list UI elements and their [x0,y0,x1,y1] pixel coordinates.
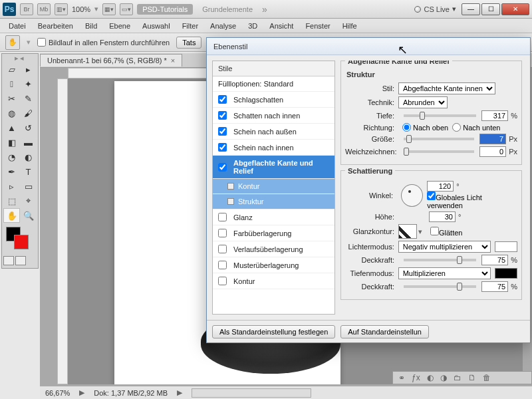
highlight-mode-select[interactable]: Negativ multiplizieren [398,241,491,253]
tiefe-input[interactable] [481,110,508,121]
link-layers-icon[interactable]: ⚭ [398,373,405,382]
camera-tool[interactable]: ⌖ [20,194,37,208]
move-tool[interactable]: ▱ [3,62,20,76]
status-menu-button[interactable]: ▶ [79,388,84,397]
altitude-input[interactable] [429,211,456,222]
make-default-button[interactable]: Als Standardeinstellung festlegen [212,325,335,338]
healing-brush-tool[interactable]: ◍ [3,106,20,120]
panel-grip[interactable]: ▸◂ [3,57,37,62]
scroll-all-windows-checkbox[interactable]: Bildlauf in allen Fenstern durchführen [37,38,170,47]
style-bevel-texture[interactable]: Struktur [213,194,334,209]
cs-live-button[interactable]: CS Live ▾ [414,5,456,13]
window-minimize-button[interactable]: — [462,3,480,15]
menu-ansicht[interactable]: Ansicht [265,21,298,31]
workspace-psd-tutorials[interactable]: PSD-Tutorials [137,4,193,15]
workspace-grundelemente[interactable]: Grundelemente [197,4,258,15]
pen-tool[interactable]: ✒ [3,164,20,179]
eraser-tool[interactable]: ◧ [3,135,20,150]
menu-3d[interactable]: 3D [243,21,262,31]
hand-tool-icon[interactable]: ✋ [5,35,20,50]
history-brush-tool[interactable]: ↺ [20,120,37,135]
style-blend-options[interactable]: Füllloptionen: Standard [213,76,334,92]
shadow-color[interactable] [495,268,517,279]
viewmode-button[interactable]: ▥▾ [55,3,68,15]
direct-selection-tool[interactable]: ▹ [3,179,20,194]
3d-tool[interactable]: ⬚ [3,194,20,208]
menu-fenster[interactable]: Fenster [301,21,334,31]
style-pattern-overlay[interactable]: Musterüberlagerung [213,257,334,273]
minibridge-button[interactable]: Mb [37,3,51,15]
style-color-overlay[interactable]: Farbüberlagerung [213,225,334,241]
style-inner-glow[interactable]: Schein nach innen [213,140,334,156]
shadow-opacity-slider[interactable] [404,285,476,288]
window-close-button[interactable]: ✕ [501,3,529,15]
style-stroke[interactable]: Kontur [213,273,334,289]
shape-tool[interactable]: ▭ [20,179,37,194]
screen-mode-toggle[interactable] [15,256,26,265]
brush-tool[interactable]: 🖌 [20,106,37,120]
background-color[interactable] [14,235,29,249]
antialias-checkbox[interactable]: Glätten [430,227,462,237]
shadow-mode-select[interactable]: Multiplizieren [398,267,491,279]
menu-analyse[interactable]: Analyse [205,21,241,31]
richtung-up-radio[interactable]: Nach oben [402,123,448,132]
screenmode-button[interactable]: ▭▾ [120,3,133,15]
group-icon[interactable]: 🗀 [454,373,462,382]
hand-tool[interactable]: ✋ [3,208,20,223]
highlight-opacity-slider[interactable] [404,259,476,261]
style-bevel-emboss[interactable]: Abgeflachte Kante und Relief [213,156,334,179]
lasso-tool[interactable]: 𓋰 [3,76,20,91]
stil-select[interactable]: Abgeflachte Kante innen [398,82,495,94]
actual-pixels-button[interactable]: Tats [176,37,201,49]
style-bevel-contour[interactable]: Kontur [213,179,334,194]
menu-auswahl[interactable]: Auswahl [138,21,175,31]
menu-ebene[interactable]: Ebene [104,21,135,31]
trash-icon[interactable]: 🗑 [483,373,491,382]
style-satin[interactable]: Glanz [213,209,334,225]
menu-filter[interactable]: Filter [178,21,203,31]
workspace-overflow-button[interactable]: » [262,4,267,15]
style-inner-shadow[interactable]: Schatten nach innen [213,108,334,124]
shadow-opacity-input[interactable] [481,281,508,292]
menu-hilfe[interactable]: Hilfe [338,21,362,31]
zoom-level[interactable]: 100% [72,5,90,13]
technik-select[interactable]: Abrunden [398,96,448,108]
style-drop-shadow[interactable]: Schlagschatten [213,92,334,108]
eyedropper-tool[interactable]: ✎ [20,91,37,106]
zoom-tool[interactable]: 🔍 [20,208,37,223]
bridge-button[interactable]: Br [20,3,33,15]
angle-input[interactable] [427,181,454,192]
close-document-icon[interactable]: × [171,57,175,65]
window-maximize-button[interactable]: ☐ [481,3,500,15]
new-layer-icon[interactable]: 🗋 [468,373,476,382]
dialog-title[interactable]: Ebenenstil [207,38,530,55]
style-gradient-overlay[interactable]: Verlaufsüberlagerung [213,241,334,257]
style-outer-glow[interactable]: Schein nach außen [213,124,334,140]
highlight-opacity-input[interactable] [481,255,508,265]
angle-wheel[interactable] [401,184,423,207]
path-selection-tool[interactable]: ▸ [20,62,37,76]
soften-slider[interactable] [404,150,474,153]
tiefe-slider[interactable] [404,114,476,117]
horizontal-scrollbar[interactable] [192,388,311,398]
highlight-color[interactable] [495,241,517,252]
crop-tool[interactable]: ✂ [3,91,20,106]
size-slider[interactable] [404,138,474,140]
blur-tool[interactable]: ◔ [3,150,20,164]
layer-style-icon[interactable]: ƒx [412,373,420,382]
clone-stamp-tool[interactable]: ▲ [3,120,20,135]
richtung-down-radio[interactable]: Nach unten [452,123,500,132]
arrange-button[interactable]: ▦▾ [102,3,116,15]
size-input[interactable] [479,134,506,144]
document-tab[interactable]: Unbenannt-1 bei 66,7% (S, RGB/8) *× [40,54,182,66]
gloss-contour-picker[interactable] [398,224,417,239]
reset-default-button[interactable]: Auf Standardeinstellun [340,325,429,338]
type-tool[interactable]: T [20,164,37,179]
vertical-ruler[interactable] [57,78,68,384]
menu-datei[interactable]: Datei [4,21,31,31]
menu-bearbeiten[interactable]: Bearbeiten [33,21,78,31]
layer-mask-icon[interactable]: ◐ [427,373,434,382]
status-doc-size[interactable]: Dok: 1,37 MB/2,92 MB [94,389,168,397]
gradient-tool[interactable]: ▬ [20,135,37,150]
magic-wand-tool[interactable]: ✦ [20,76,37,91]
